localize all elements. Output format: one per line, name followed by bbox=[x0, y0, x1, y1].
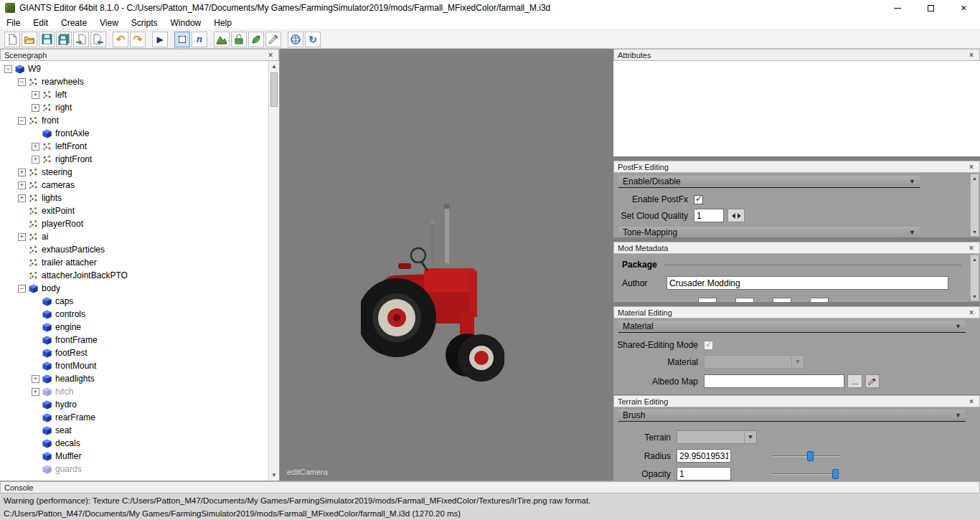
tree-item-caps[interactable]: caps bbox=[0, 295, 268, 308]
expand-plus-icon[interactable]: + bbox=[18, 169, 26, 176]
save-all-button[interactable] bbox=[56, 32, 72, 47]
tree-item-frontFrame[interactable]: frontFrame bbox=[0, 334, 268, 346]
menu-help[interactable]: Help bbox=[207, 16, 238, 29]
opacity-input[interactable] bbox=[677, 467, 731, 481]
scroll-thumb[interactable] bbox=[270, 72, 278, 107]
tree-item-body[interactable]: −body bbox=[0, 282, 268, 295]
expand-plus-icon[interactable]: + bbox=[32, 143, 39, 151]
collapse-arrow-icon[interactable]: ▼ bbox=[909, 179, 915, 185]
tree-item-rightFront[interactable]: +rightFront bbox=[0, 153, 268, 166]
material-dropdown[interactable] bbox=[704, 355, 804, 369]
tree-item-rearFrame[interactable]: rearFrame bbox=[0, 411, 268, 424]
collapse-arrow-icon[interactable]: ▼ bbox=[955, 412, 961, 419]
slider-handle[interactable] bbox=[832, 469, 839, 479]
tree-item-footRest[interactable]: footRest bbox=[0, 346, 268, 359]
close-button[interactable]: × bbox=[947, 0, 980, 16]
expand-plus-icon[interactable]: + bbox=[18, 181, 26, 189]
terrain-pick-button[interactable] bbox=[265, 32, 281, 47]
scroll-down-icon[interactable]: ▼ bbox=[269, 470, 279, 481]
reload-button[interactable]: ↻ bbox=[305, 32, 321, 47]
select-tool-button[interactable] bbox=[174, 32, 190, 47]
radius-slider[interactable] bbox=[772, 450, 841, 462]
tree-item-rearwheels[interactable]: −rearwheels bbox=[0, 75, 268, 88]
tree-item-guards[interactable]: guards bbox=[0, 463, 268, 476]
tree-item-Muffler[interactable]: Muffler bbox=[0, 450, 268, 463]
terrain-paint-button[interactable] bbox=[231, 32, 247, 47]
enable-postfx-checkbox[interactable] bbox=[694, 195, 703, 204]
tree-item-engine[interactable]: engine bbox=[0, 321, 268, 334]
tree-item-frontAxle[interactable]: frontAxle bbox=[0, 127, 268, 140]
albedo-picker-button[interactable] bbox=[865, 374, 880, 388]
menu-scripts[interactable]: Scripts bbox=[125, 16, 164, 29]
expand-plus-icon[interactable]: + bbox=[18, 194, 26, 202]
postfx-tonemapping-group[interactable]: Tone-Mapping ▼ bbox=[618, 227, 920, 237]
tree-item-front[interactable]: −front bbox=[0, 114, 268, 127]
terrain-editing-close-button[interactable]: × bbox=[967, 397, 976, 406]
tree-item-decals[interactable]: decals bbox=[0, 437, 268, 450]
scenegraph-scrollbar[interactable]: ▲ ▼ bbox=[268, 61, 279, 481]
tree-item-headlights[interactable]: +headlights bbox=[0, 372, 268, 385]
save-button[interactable] bbox=[39, 32, 55, 47]
attributes-close-button[interactable]: × bbox=[967, 51, 976, 60]
material-group[interactable]: Material ▼ bbox=[618, 321, 966, 333]
scroll-up-icon[interactable]: ▲ bbox=[971, 255, 979, 263]
mod-metadata-scrollbar[interactable]: ▲ ▼ bbox=[970, 255, 979, 301]
tree-item-cameras[interactable]: +cameras bbox=[0, 179, 268, 192]
tree-item-exitPoint[interactable]: exitPoint bbox=[0, 204, 268, 217]
foliage-paint-button[interactable] bbox=[248, 32, 264, 47]
scroll-down-icon[interactable]: ▼ bbox=[971, 293, 979, 301]
tree-item-ai[interactable]: +ai bbox=[0, 230, 268, 243]
tree-item-hydro[interactable]: hydro bbox=[0, 398, 268, 411]
globe-button[interactable] bbox=[288, 32, 303, 47]
tree-item-right[interactable]: +right bbox=[0, 101, 268, 114]
expand-plus-icon[interactable]: + bbox=[32, 91, 39, 99]
collapse-arrow-icon[interactable]: ▼ bbox=[909, 230, 915, 236]
expand-plus-icon[interactable]: + bbox=[32, 388, 39, 396]
export-button[interactable] bbox=[90, 32, 106, 47]
scenegraph-close-button[interactable]: × bbox=[266, 51, 275, 60]
postfx-enable-group[interactable]: Enable/Disable ▼ bbox=[618, 176, 920, 188]
opacity-slider[interactable] bbox=[772, 468, 841, 480]
undo-button[interactable]: ↶ bbox=[113, 32, 128, 47]
collapse-minus-icon[interactable]: − bbox=[18, 78, 26, 86]
tree-item-leftFront[interactable]: +leftFront bbox=[0, 140, 268, 153]
mod-metadata-close-button[interactable]: × bbox=[967, 244, 976, 252]
cloud-quality-input[interactable] bbox=[694, 209, 724, 222]
shared-editing-checkbox[interactable] bbox=[704, 341, 713, 350]
menu-window[interactable]: Window bbox=[164, 16, 208, 29]
tree-item-exhaustParticles[interactable]: exhaustParticles bbox=[0, 243, 268, 256]
tree-item-left[interactable]: +left bbox=[0, 88, 268, 101]
tree-item-controls[interactable]: controls bbox=[0, 308, 268, 321]
material-editing-close-button[interactable]: × bbox=[967, 308, 976, 317]
expand-plus-icon[interactable]: + bbox=[32, 156, 39, 164]
snap-toggle-button[interactable]: n bbox=[192, 32, 207, 47]
author-input[interactable] bbox=[666, 276, 948, 290]
cloud-quality-stepper[interactable] bbox=[727, 209, 745, 222]
collapse-arrow-icon[interactable]: ▼ bbox=[955, 323, 961, 330]
viewport-3d[interactable]: editCamera bbox=[280, 49, 613, 481]
menu-edit[interactable]: Edit bbox=[27, 16, 55, 29]
scroll-down-icon[interactable]: ▼ bbox=[971, 228, 979, 236]
tree-item-W9[interactable]: −W9 bbox=[0, 62, 268, 75]
new-file-button[interactable] bbox=[4, 32, 20, 47]
scroll-up-icon[interactable]: ▲ bbox=[971, 174, 979, 182]
terrain-dropdown[interactable] bbox=[677, 430, 757, 444]
radius-input[interactable] bbox=[677, 449, 731, 463]
minimize-button[interactable] bbox=[881, 0, 914, 16]
menu-view[interactable]: View bbox=[93, 16, 125, 29]
collapse-minus-icon[interactable]: − bbox=[4, 65, 12, 73]
postfx-close-button[interactable]: × bbox=[967, 163, 976, 171]
tree-item-trailer-attacher[interactable]: trailer attacher bbox=[0, 256, 268, 269]
expand-plus-icon[interactable]: + bbox=[32, 375, 39, 383]
albedo-map-input[interactable] bbox=[704, 374, 844, 388]
tree-item-frontMount[interactable]: frontMount bbox=[0, 359, 268, 372]
open-file-button[interactable] bbox=[22, 32, 37, 47]
scroll-up-icon[interactable]: ▲ bbox=[269, 61, 279, 72]
tree-item-seat[interactable]: seat bbox=[0, 424, 268, 437]
tree-item-attacherJointBackPTO[interactable]: attacherJointBackPTO bbox=[0, 269, 268, 282]
slider-handle[interactable] bbox=[807, 451, 814, 461]
tree-item-steering[interactable]: +steering bbox=[0, 166, 268, 179]
maximize-button[interactable] bbox=[914, 0, 947, 16]
expand-plus-icon[interactable]: + bbox=[32, 104, 39, 112]
collapse-minus-icon[interactable]: − bbox=[18, 117, 26, 125]
